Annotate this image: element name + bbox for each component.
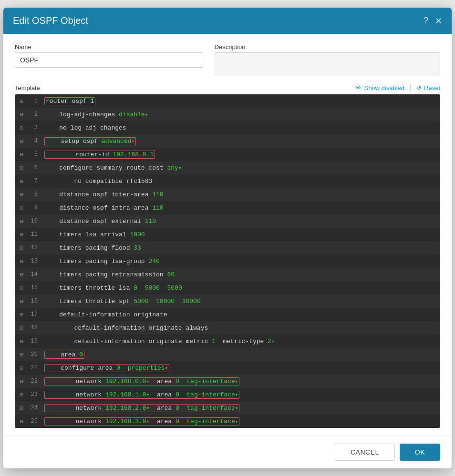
line-content-21: configure area 0 properties <box>41 364 440 373</box>
line-content-18: default-information originate always <box>41 324 440 333</box>
code-line-5: ⊖ 5 router-id 192.168.0.1 <box>15 148 440 161</box>
line-content-5: router-id 192.168.0.1 <box>41 150 440 159</box>
line-minus-6[interactable]: ⊖ <box>15 164 28 172</box>
line-minus-23[interactable]: ⊖ <box>15 391 28 399</box>
network4-dropdown[interactable]: 192.168.3.0 <box>105 418 149 425</box>
disable-dropdown[interactable]: disable <box>119 111 148 118</box>
line-minus-25[interactable]: ⊖ <box>15 417 28 425</box>
line-minus-4[interactable]: ⊖ <box>15 137 28 145</box>
line-minus-7[interactable]: ⊖ <box>15 177 28 185</box>
line-content-17: default-information originate <box>41 310 440 319</box>
line-content-22: network 192.168.0.0 area 0 tag-interface <box>41 377 440 386</box>
line-minus-24[interactable]: ⊖ <box>15 404 28 412</box>
line-content-20: area 0 <box>41 350 440 359</box>
line-minus-3[interactable]: ⊖ <box>15 124 28 132</box>
code-line-16: ⊖ 16 timers throttle spf 5000 10000 1000… <box>15 294 440 308</box>
line-content-10: distance ospf external 110 <box>41 217 440 226</box>
line-num-6: 6 <box>28 164 41 171</box>
show-disabled-button[interactable]: 👁 Show disabled <box>355 84 404 91</box>
code-line-25: ⊖ 25 network 192.168.3.0 area 0 tag-inte… <box>15 415 440 428</box>
name-input[interactable] <box>15 52 203 68</box>
line-minus-22[interactable]: ⊖ <box>15 377 28 385</box>
reset-button[interactable]: ↺ Reset <box>416 84 440 91</box>
line-minus-15[interactable]: ⊖ <box>15 284 28 292</box>
line-minus-20[interactable]: ⊖ <box>15 351 28 359</box>
desc-textarea[interactable] <box>215 52 440 76</box>
line-minus-12[interactable]: ⊖ <box>15 244 28 252</box>
dialog-title: Edit OSPF Object <box>13 15 88 26</box>
line-num-20: 20 <box>28 351 41 358</box>
reset-icon: ↺ <box>416 84 422 91</box>
template-label: Template <box>15 84 40 91</box>
line-num-15: 15 <box>28 284 41 291</box>
tag-iface3-dropdown[interactable]: tag-interface <box>186 405 238 412</box>
line-content-12: timers pacing flood 33 <box>41 243 440 253</box>
code-line-17: ⊖ 17 default-information originate <box>15 308 440 321</box>
line-minus-14[interactable]: ⊖ <box>15 271 28 279</box>
line-num-7: 7 <box>28 178 41 184</box>
line-num-21: 21 <box>28 365 41 371</box>
line-content-9: distance ospf intra-area 110 <box>41 203 440 213</box>
line-content-7: no compatible rfc1583 <box>41 177 440 186</box>
fields-row: Name Description <box>15 43 440 76</box>
eye-icon: 👁 <box>355 84 362 91</box>
cancel-button[interactable]: CANCEL <box>335 444 395 461</box>
line-minus-17[interactable]: ⊖ <box>15 311 28 319</box>
line-minus-2[interactable]: ⊖ <box>15 111 28 119</box>
line-minus-19[interactable]: ⊖ <box>15 337 28 345</box>
line-num-9: 9 <box>28 204 41 211</box>
line-minus-9[interactable]: ⊖ <box>15 204 28 212</box>
line-minus-5[interactable]: ⊖ <box>15 151 28 159</box>
desc-field-group: Description <box>215 43 440 76</box>
dialog-footer: CANCEL OK <box>3 435 452 468</box>
reset-label: Reset <box>424 84 440 91</box>
line-num-23: 23 <box>28 391 41 398</box>
line-minus-11[interactable]: ⊖ <box>15 231 28 239</box>
line-content-4: setup ospf advanced <box>41 137 440 146</box>
line-num-3: 3 <box>28 124 41 131</box>
code-line-6: ⊖ 6 configure summary-route-cost any <box>15 161 440 174</box>
line-minus-10[interactable]: ⊖ <box>15 217 28 225</box>
ok-button[interactable]: OK <box>400 444 440 461</box>
line-content-19: default-information originate metric 1 m… <box>41 337 440 346</box>
any-dropdown[interactable]: any <box>167 164 181 172</box>
code-text: router ospf 1 <box>44 97 95 105</box>
template-actions: 👁 Show disabled ↺ Reset <box>355 84 440 91</box>
network1-dropdown[interactable]: 192.168.0.0 <box>105 378 149 385</box>
line-content-13: timers pacing lsa-group 240 <box>41 257 440 266</box>
tag-iface4-dropdown[interactable]: tag-interface <box>186 418 238 425</box>
line-content-8: distance ospf inter-area 110 <box>41 190 440 199</box>
code-line-15: ⊖ 15 timers throttle lsa 0 5000 5000 <box>15 281 440 294</box>
line-minus-18[interactable]: ⊖ <box>15 324 28 332</box>
line-minus-21[interactable]: ⊖ <box>15 364 28 372</box>
help-icon[interactable]: ? <box>424 16 428 26</box>
line-content-11: timers lsa arrival 1000 <box>41 230 440 239</box>
metric-type-dropdown[interactable]: 2 <box>268 338 274 345</box>
line-num-13: 13 <box>28 258 41 264</box>
advanced-dropdown[interactable]: advanced <box>102 138 134 145</box>
line-num-1: 1 <box>28 98 41 104</box>
line-num-10: 10 <box>28 218 41 224</box>
template-header: Template 👁 Show disabled ↺ Reset <box>15 84 440 91</box>
name-field-group: Name <box>15 43 203 76</box>
line-minus-1[interactable]: ⊖ <box>15 97 28 105</box>
code-line-14: ⊖ 14 timers pacing retransmission 66 <box>15 268 440 281</box>
code-line-24: ⊖ 24 network 192.168.2.0 area 0 tag-inte… <box>15 401 440 415</box>
network2-dropdown[interactable]: 192.168.1.0 <box>105 391 149 398</box>
line-content-6: configure summary-route-cost any <box>41 163 440 172</box>
line-content-25: network 192.168.3.0 area 0 tag-interface <box>41 417 440 426</box>
network3-dropdown[interactable]: 192.168.2.0 <box>105 405 149 412</box>
divider <box>410 84 411 91</box>
tag-iface1-dropdown[interactable]: tag-interface <box>186 378 238 385</box>
line-minus-16[interactable]: ⊖ <box>15 297 28 305</box>
line-minus-13[interactable]: ⊖ <box>15 257 28 265</box>
code-editor: ⊖ 1 router ospf 1 ⊖ 2 log-adj-changes di… <box>15 94 440 428</box>
line-content-3: no log-adj-changes <box>41 123 440 132</box>
code-line-2: ⊖ 2 log-adj-changes disable <box>15 108 440 121</box>
properties-dropdown[interactable]: properties <box>128 365 168 372</box>
code-line-10: ⊖ 10 distance ospf external 110 <box>15 214 440 228</box>
code-line-3: ⊖ 3 no log-adj-changes <box>15 121 440 134</box>
line-minus-8[interactable]: ⊖ <box>15 191 28 199</box>
close-icon[interactable]: ✕ <box>435 16 442 26</box>
tag-iface2-dropdown[interactable]: tag-interface <box>186 391 238 398</box>
